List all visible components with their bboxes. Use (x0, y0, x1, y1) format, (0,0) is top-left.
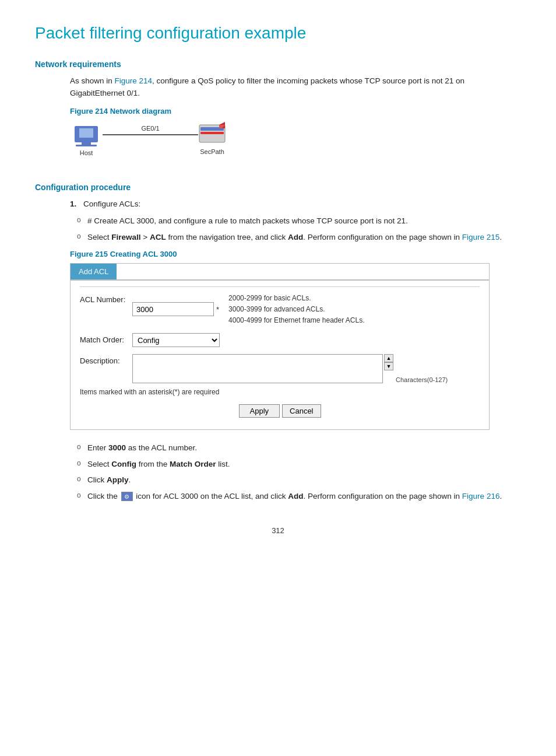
scroll-down-btn[interactable]: ▼ (384, 362, 393, 370)
acl-number-row: ACL Number: * 2000-2999 for basic ACLs. … (80, 293, 480, 327)
acl-form-body: ACL Number: * 2000-2999 for basic ACLs. … (71, 281, 489, 430)
host-base (76, 145, 97, 146)
description-row: Description: ▲ ▼ Characters(0-127) (80, 354, 480, 383)
figure216-link[interactable]: Figure 216 (462, 492, 500, 501)
description-label: Description: (80, 354, 132, 366)
acl-number-input[interactable] (132, 302, 214, 316)
form-actions: Apply Cancel (80, 401, 480, 424)
host-stand (82, 142, 91, 145)
secpath-stripe2 (200, 132, 224, 134)
acl-hint: 2000-2999 for basic ACLs. 3000-3999 for … (228, 293, 364, 327)
step1-text: Configure ACLs: (83, 200, 140, 208)
hint-line2: 3000-3999 for advanced ACLs. (228, 305, 325, 313)
bullet2-config: Config (111, 460, 136, 468)
match-order-label: Match Order: (80, 333, 132, 345)
bullet2: o Select Config from the Match Order lis… (87, 458, 521, 471)
bullet2-matchorder: Match Order (170, 460, 216, 468)
bullet3-apply: Apply (107, 475, 129, 484)
figure214-link[interactable]: Figure 214 (115, 76, 153, 85)
match-order-row: Match Order: Config Auto (80, 333, 480, 347)
ge-label: GE0/1 (141, 125, 159, 132)
network-requirements-heading: Network requirements (35, 60, 521, 69)
acl-number-label: ACL Number: (80, 293, 132, 305)
scroll-up-btn[interactable]: ▲ (384, 354, 393, 362)
network-requirements-section: Network requirements As shown in Figure … (35, 60, 521, 169)
figure215-link[interactable]: Figure 215 (462, 233, 500, 242)
textarea-scroll-controls: ▲ ▼ (384, 354, 393, 370)
apply-button[interactable]: Apply (239, 404, 280, 418)
page-title: Packet filtering configuration example (35, 23, 521, 43)
required-star: * (216, 305, 219, 314)
bullet4-add: Add (288, 492, 303, 501)
acl-number-input-area: * 2000-2999 for basic ACLs. 3000-3999 fo… (132, 293, 480, 327)
network-diagram: Host GE0/1 SecPath (70, 120, 256, 169)
match-order-select[interactable]: Config Auto (132, 333, 220, 347)
figure214-label: Figure 214 Network diagram (70, 107, 521, 116)
acl-config-icon: ⚙ (121, 492, 133, 501)
firewall-bold: Firewall (111, 233, 140, 242)
bullet3: o Click Apply. (87, 474, 521, 487)
match-order-input-area: Config Auto (132, 333, 480, 347)
chars-hint: Characters(0-127) (396, 376, 448, 383)
configuration-procedure-section: Configuration procedure 1. Configure ACL… (35, 183, 521, 503)
step1-sub1-text: # Create ACL 3000, and configure a rule … (87, 216, 408, 225)
acl-form-container: Add ACL ACL Number: * 2000-2999 for basi… (70, 263, 490, 430)
step1-sub2: o Select Firewall > ACL from the navigat… (87, 231, 521, 244)
required-note: Items marked with an asterisk(*) are req… (80, 388, 480, 396)
add-bold: Add (288, 233, 303, 242)
acl-bold: ACL (150, 233, 166, 242)
figure215-label: Figure 215 Creating ACL 3000 (70, 250, 521, 258)
cancel-button[interactable]: Cancel (282, 404, 321, 418)
description-input-area: ▲ ▼ Characters(0-127) (132, 354, 448, 383)
hint-line3: 4000-4999 for Ethernet frame header ACLs… (228, 316, 364, 324)
bullet1: o Enter 3000 as the ACL number. (87, 442, 521, 454)
step1: 1. Configure ACLs: (70, 198, 521, 211)
network-diagram-svg: Host GE0/1 SecPath (70, 120, 245, 167)
description-textarea[interactable] (132, 354, 383, 383)
page-number: 312 (35, 526, 521, 535)
bullet4: o Click the ⚙ icon for ACL 3000 on the A… (87, 490, 521, 503)
host-screen (79, 128, 93, 138)
acl-form-header-row: Add ACL (71, 264, 489, 281)
hint-line1: 2000-2999 for basic ACLs. (228, 294, 311, 302)
step1-sub1: # Create ACL 3000, and configure a rule … (87, 215, 521, 228)
step1-number: 1. (70, 200, 76, 208)
add-acl-button[interactable]: Add ACL (71, 264, 117, 279)
configuration-procedure-heading: Configuration procedure (35, 183, 521, 192)
host-label: Host (80, 149, 93, 156)
secpath-label: SecPath (200, 148, 224, 155)
network-requirements-body: As shown in Figure 214, configure a QoS … (70, 75, 521, 100)
bullet1-3000: 3000 (108, 443, 126, 452)
